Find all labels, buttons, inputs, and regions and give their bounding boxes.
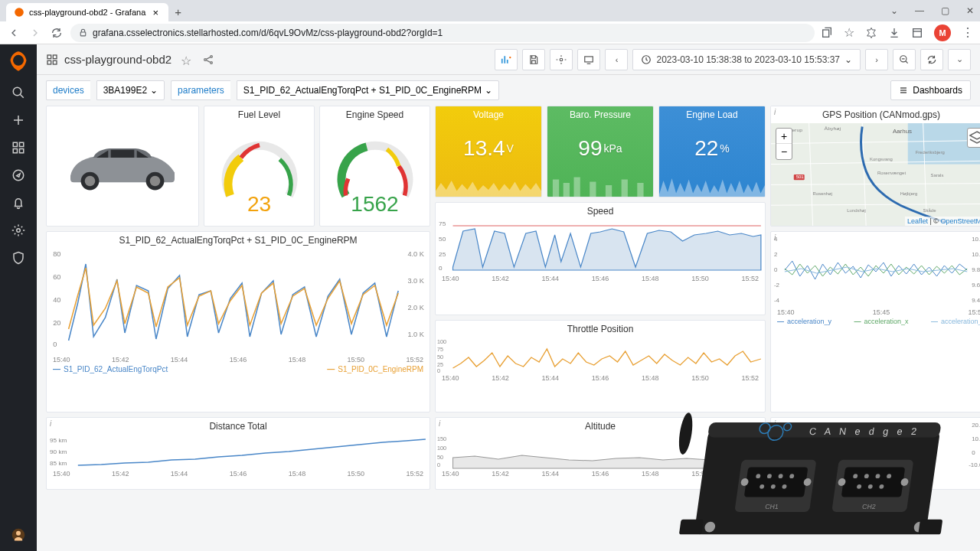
x-axis-labels: 15:4015:4215:4415:4615:4815:5015:52 [47,470,430,478]
baro-sparkline [547,174,653,197]
throttle-chart: 1007550250 [436,337,765,374]
bookmark-star-icon[interactable]: ☆ [844,25,854,40]
lock-icon [78,28,88,37]
add-panel-button[interactable] [495,49,518,70]
engine-speed-panel[interactable]: Engine Speed 1562 [319,106,430,227]
panel-title: Speed [436,203,765,220]
time-range-picker[interactable]: 2023-03-10 15:38:38 to 2023-03-10 15:53:… [632,49,861,70]
var-devices-dropdown[interactable]: 3BA199E2 ⌄ [96,80,165,100]
browser-tab[interactable]: css-playground-obd2 - Grafana × [6,3,168,21]
share-page-icon[interactable] [821,27,833,39]
acceleration-chart-panel[interactable]: i 420-2-4 10.210.09.89.69.4 15:4015:4515… [770,231,980,412]
refresh-button[interactable] [920,49,943,70]
legend-accel-y[interactable]: acceleration_y [777,318,831,325]
tab-close-icon[interactable]: × [150,7,161,18]
var-parameters-label: parameters [171,80,230,100]
template-variables-row: devices 3BA199E2 ⌄ parameters S1_PID_62_… [37,75,980,106]
x-axis-labels: 15:4015:4215:4415:4615:4815:5015:52 [436,374,765,382]
panel-title: Engine Speed [320,106,430,123]
reading-list-icon[interactable] [911,27,923,39]
svg-rect-31 [590,182,596,197]
svg-text:9.4: 9.4 [972,297,980,304]
altitude-chart-panel[interactable]: i Altitude 150100500 15:4015:4215:4415:4… [435,417,766,490]
tv-mode-button[interactable] [577,49,600,70]
voltage-panel[interactable]: Voltage 13.4V [435,106,542,197]
dashboards-link-button[interactable]: Dashboards [890,80,971,100]
distance-chart: 95 km90 km85 km [47,435,430,470]
breadcrumb-title[interactable]: css-playground-obd2 [64,53,172,66]
gps-map-panel[interactable]: i GPS Position (CANmod.gps) GellerupÅbyh… [770,106,980,227]
svg-text:0: 0 [437,462,440,468]
unnamed-chart-panel[interactable]: i 20.010.00-10.0 [770,417,980,490]
speed-chart-panel[interactable]: Speed 7550250 15:4015:4215:4415:4615:481… [435,202,766,315]
download-icon[interactable] [888,27,900,39]
svg-rect-33 [622,180,628,197]
search-icon[interactable] [11,86,25,99]
zoom-out-button[interactable]: − [776,144,792,159]
dashboards-icon[interactable] [11,141,25,155]
svg-point-20 [560,58,564,61]
panel-info-icon[interactable]: i [774,419,776,428]
time-back-button[interactable]: ‹ [605,49,628,70]
alerting-bell-icon[interactable] [11,196,25,210]
panel-info-icon[interactable]: i [439,419,440,428]
var-devices-label: devices [46,80,90,100]
star-dashboard-icon[interactable]: ☆ [181,54,193,66]
forward-button[interactable] [28,25,43,41]
time-forward-button[interactable]: › [865,49,888,70]
settings-button[interactable] [550,49,573,70]
svg-text:9.8: 9.8 [972,266,980,273]
map-canvas[interactable]: GellerupÅbyhøjAarhus FrederiksbjergKongs… [771,123,980,226]
map-layers-button[interactable] [967,128,980,148]
panel-title: Altitude [436,418,765,435]
extensions-icon[interactable] [865,27,877,39]
torque-rpm-chart-panel[interactable]: S1_PID_62_ActualEngTorqPct + S1_PID_0C_E… [46,231,430,412]
user-avatar-icon[interactable] [11,528,25,542]
refresh-interval-button[interactable]: ⌄ [948,49,971,70]
close-window-icon[interactable]: ✕ [966,5,974,16]
fuel-level-panel[interactable]: Fuel Level 23 [204,106,315,227]
reload-button[interactable] [49,25,64,41]
x-axis-labels: 15:4015:4215:4415:4615:4815:5015:52 [436,470,765,478]
panel-info-icon[interactable]: i [50,419,51,428]
throttle-chart-panel[interactable]: Throttle Position 1007550250 15:4015:421… [435,320,766,412]
map-tiles: GellerupÅbyhøjAarhus FrederiksbjergKongs… [771,123,980,226]
svg-text:Rosenhøj: Rosenhøj [813,191,832,196]
gear-icon[interactable] [11,223,25,237]
legend-rpm[interactable]: S1_PID_0C_EngineRPM [327,365,423,373]
minimize-icon[interactable]: — [915,5,924,16]
torque-rpm-chart: 806040200 4.0 K3.0 K2.0 K1.0 K [47,249,430,356]
chrome-menu-icon[interactable]: ⋮ [962,25,974,40]
back-button[interactable] [6,25,21,41]
svg-text:-10.0: -10.0 [969,461,980,468]
share-dashboard-icon[interactable] [202,54,214,66]
legend-torque[interactable]: S1_PID_62_ActualEngTorqPct [53,365,168,373]
map-attribution: Leaflet | © OpenStreetMap [905,217,980,226]
zoom-out-button[interactable] [893,49,916,70]
svg-rect-15 [47,60,51,64]
distance-chart-panel[interactable]: i Distance Total 95 km90 km85 km 15:4015… [46,417,430,490]
legend-accel-z[interactable]: acceleration_z [931,318,980,325]
chevron-down-icon[interactable]: ⌄ [890,5,898,16]
maximize-icon[interactable]: ▢ [941,5,949,16]
panel-info-icon[interactable]: i [774,233,776,242]
shield-icon[interactable] [11,251,25,265]
baro-pressure-panel[interactable]: Baro. Pressure 99 kPa [547,106,654,197]
svg-point-4 [13,87,21,96]
legend-accel-x[interactable]: acceleration_x [854,318,908,325]
new-tab-button[interactable]: + [175,5,181,18]
save-button[interactable] [522,49,545,70]
svg-text:-4: -4 [774,297,780,304]
panel-info-icon[interactable]: i [774,108,776,116]
svg-point-12 [16,531,21,536]
var-parameters-dropdown[interactable]: S1_PID_62_ActualEngTorqPct + S1_PID_0C_E… [237,80,499,100]
clock-icon [641,54,652,65]
svg-text:9.6: 9.6 [972,282,980,289]
engine-load-panel[interactable]: Engine Load 22 % [658,106,766,197]
explore-icon[interactable] [11,168,25,182]
address-bar[interactable]: grafana.csselectronics.stellarhosted.com… [70,24,815,42]
grafana-logo-icon[interactable] [8,51,29,72]
plus-icon[interactable] [11,113,25,127]
zoom-in-button[interactable]: + [776,129,792,144]
profile-avatar[interactable]: M [934,24,951,41]
